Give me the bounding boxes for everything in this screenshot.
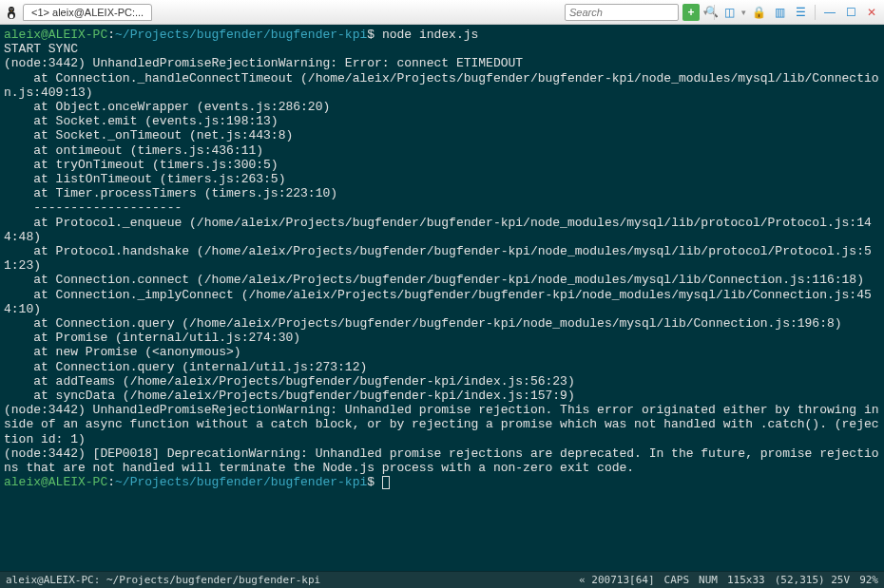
prompt-user: aleix@ALEIX-PC bbox=[4, 28, 107, 42]
prompt-user: aleix@ALEIX-PC bbox=[4, 475, 107, 489]
terminal-output[interactable]: aleix@ALEIX-PC:~/Projects/bugfender/bugf… bbox=[0, 25, 884, 571]
app-icon bbox=[4, 5, 19, 20]
new-tab-button[interactable]: + bbox=[682, 4, 700, 21]
status-path: aleix@ALEIX-PC: ~/Projects/bugfender/bug… bbox=[6, 574, 569, 586]
window-tab[interactable]: <1> aleix@ALEIX-PC:... bbox=[23, 4, 152, 21]
prompt-symbol: $ bbox=[367, 475, 375, 489]
output-lines: START SYNC (node:3442) UnhandledPromiseR… bbox=[4, 42, 879, 475]
status-num: NUM bbox=[699, 574, 718, 586]
dropdown-icon[interactable]: ▾ bbox=[741, 8, 746, 17]
status-bar: aleix@ALEIX-PC: ~/Projects/bugfender/bug… bbox=[0, 571, 884, 588]
cursor bbox=[382, 476, 390, 489]
status-pos: (52,315) 25V bbox=[775, 574, 850, 586]
search-box[interactable]: 🔍 bbox=[565, 4, 679, 21]
window-titlebar: <1> aleix@ALEIX-PC:... 🔍 + ▾ ◫ ▾ 🔒 ▥ ☰ —… bbox=[0, 0, 884, 25]
command-text: node index.js bbox=[382, 28, 478, 42]
minimize-button[interactable]: — bbox=[821, 4, 838, 21]
status-percent: 92% bbox=[859, 574, 878, 586]
prompt-sep: : bbox=[107, 28, 115, 42]
svg-point-4 bbox=[11, 8, 12, 9]
panel-button[interactable]: ▥ bbox=[771, 4, 788, 21]
dropdown-icon[interactable]: ▾ bbox=[703, 8, 708, 17]
prompt-symbol: $ bbox=[367, 28, 375, 42]
status-caps: CAPS bbox=[664, 574, 690, 586]
maximize-button[interactable]: ☐ bbox=[842, 4, 859, 21]
svg-point-2 bbox=[10, 13, 13, 18]
list-button[interactable]: ☰ bbox=[792, 4, 809, 21]
lock-button[interactable]: 🔒 bbox=[750, 4, 767, 21]
status-size: 115x33 bbox=[727, 574, 765, 586]
tab-label: <1> aleix@ALEIX-PC:... bbox=[31, 7, 144, 18]
svg-point-3 bbox=[10, 8, 10, 9]
prompt-path: ~/Projects/bugfender/bugfender-kpi bbox=[115, 28, 367, 42]
status-buffer: « 200713[64] bbox=[579, 574, 654, 586]
prompt-sep: : bbox=[107, 475, 115, 489]
close-button[interactable]: ✕ bbox=[863, 4, 880, 21]
prompt-path: ~/Projects/bugfender/bugfender-kpi bbox=[115, 475, 367, 489]
split-button[interactable]: ◫ bbox=[721, 4, 738, 21]
